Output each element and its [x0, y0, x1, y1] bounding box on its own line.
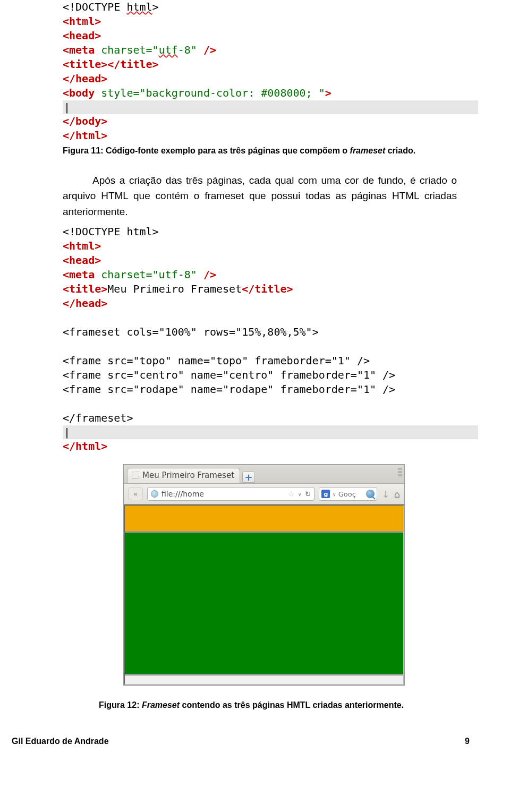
editor-cursor-line: | [63, 100, 478, 114]
code-text: <title> [63, 283, 107, 295]
frame-rodape [125, 676, 403, 685]
code-text: </html> [63, 129, 107, 142]
code-text: > [325, 87, 332, 99]
url-text: file:///home [162, 490, 285, 498]
code-block-1: <!DOCTYPE html> <html> <head> <meta char… [0, 0, 510, 143]
frameset-preview [124, 505, 404, 685]
editor-cursor-line: | [63, 425, 478, 439]
chevron-down-icon[interactable]: ∨ [332, 491, 336, 497]
code-text: </head> [63, 297, 107, 310]
code-text: <frame src="centro" name="centro" frameb… [63, 369, 395, 381]
code-text: </body> [63, 115, 107, 127]
code-text: charset= [101, 44, 152, 56]
download-icon[interactable]: ↓ [381, 489, 389, 500]
search-placeholder: Gooç [338, 490, 364, 498]
code-text: <frameset cols="100%" rows="15%,80%,5%"> [63, 326, 319, 338]
search-input[interactable]: g ∨ Gooç [319, 487, 377, 501]
code-text: /> [197, 268, 216, 281]
browser-tabbar: Meu Primeiro Frameset + [124, 465, 404, 484]
code-text: <meta [63, 44, 101, 56]
code-text: <title></title> [63, 58, 159, 71]
code-text: "utf-8" [152, 44, 197, 56]
browser-tab[interactable]: Meu Primeiro Frameset [127, 468, 240, 483]
code-text: charset= [101, 268, 152, 281]
code-text: Meu Primeiro Frameset [107, 283, 242, 295]
code-text: <frame src="rodape" name="rodape" frameb… [63, 383, 395, 396]
search-icon[interactable] [366, 490, 375, 498]
page-footer: Gil Eduardo de Andrade 9 [0, 710, 510, 746]
code-text: style= [101, 87, 139, 99]
code-text: </head> [63, 72, 107, 85]
code-block-2: <!DOCTYPE html> <html> <head> <meta char… [0, 225, 510, 454]
figure-caption-11: Figura 11: Código-fonte exemplo para as … [0, 146, 510, 156]
browser-window: Meu Primeiro Frameset + « file:///home ☆… [123, 464, 405, 686]
code-text: <head> [63, 254, 101, 267]
tab-title: Meu Primeiro Frameset [142, 471, 234, 480]
browser-toolbar: « file:///home ☆ ∨ ↻ g ∨ Gooç ↓ ⌂ [124, 484, 404, 505]
frame-centro [125, 533, 403, 676]
code-text: </frameset> [63, 412, 133, 424]
code-text: </html> [63, 440, 107, 452]
footer-page-number: 9 [465, 737, 470, 746]
chevron-down-icon[interactable]: ∨ [298, 491, 301, 497]
paragraph-text: Após a criação das três páginas, cada qu… [0, 173, 510, 219]
code-text: <frame src="topo" name="topo" frameborde… [63, 354, 370, 367]
reload-icon[interactable]: ↻ [305, 490, 311, 498]
code-text: <html> [63, 15, 101, 28]
code-text: <!DOCTYPE html> [63, 225, 159, 238]
code-text: </title> [242, 283, 293, 295]
code-text: /> [197, 44, 216, 56]
google-badge-icon: g [321, 490, 330, 498]
home-icon[interactable]: ⌂ [394, 489, 400, 500]
code-text: <head> [63, 29, 101, 42]
new-tab-button[interactable]: + [242, 471, 255, 483]
back-button[interactable]: « [128, 488, 143, 500]
code-text: <!DOCTYPE html> [63, 1, 159, 13]
frame-topo [125, 506, 403, 532]
code-text: "utf-8" [152, 268, 197, 281]
window-drag-handle [398, 468, 402, 476]
code-text: <body [63, 87, 101, 99]
code-text: <meta [63, 268, 101, 281]
code-text: <html> [63, 240, 101, 252]
url-input[interactable]: file:///home ☆ ∨ ↻ [147, 487, 314, 501]
bookmark-icon[interactable]: ☆ [288, 490, 295, 498]
globe-icon [151, 490, 158, 498]
page-icon [132, 472, 139, 479]
figure-caption-12: Figura 12: Frameset contendo as três pág… [0, 700, 510, 710]
footer-author: Gil Eduardo de Andrade [12, 737, 109, 746]
code-text: "background-color: #008000; " [140, 87, 325, 99]
